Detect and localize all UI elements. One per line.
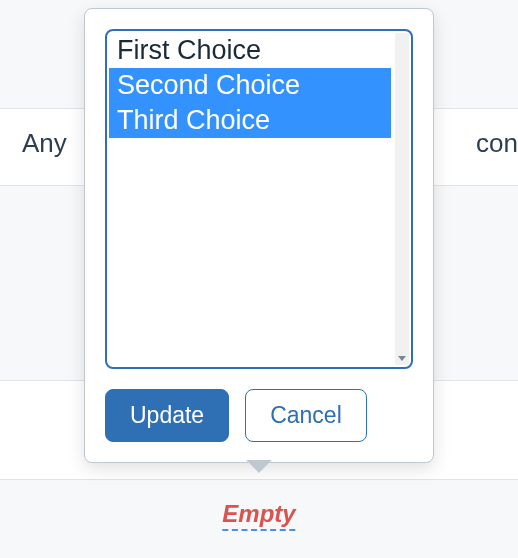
listbox-option[interactable]: First Choice [109,33,391,68]
cancel-button[interactable]: Cancel [245,389,367,442]
empty-value-link[interactable]: Empty [222,500,295,531]
popover-arrow [247,461,271,473]
popover: First ChoiceSecond ChoiceThird Choice Up… [84,8,434,463]
listbox[interactable]: First ChoiceSecond ChoiceThird Choice [105,29,413,369]
update-button[interactable]: Update [105,389,229,442]
scrollbar[interactable] [395,33,409,365]
chevron-down-icon [398,356,406,361]
background-right-text: con [476,128,518,159]
listbox-option[interactable]: Third Choice [109,103,391,138]
background-left-text: Any [22,128,67,159]
listbox-option[interactable]: Second Choice [109,68,391,103]
